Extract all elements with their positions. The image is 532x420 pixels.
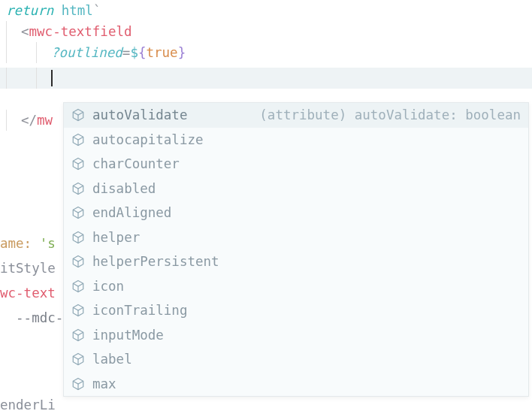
keyword-return: return <box>6 0 53 21</box>
attr-name: ?outlined <box>51 42 122 63</box>
bg-code-fragment: ame: 's <box>0 233 56 254</box>
autocomplete-item[interactable]: endAligned <box>64 201 528 225</box>
equals: = <box>122 42 131 63</box>
brace-open: { <box>138 42 147 63</box>
cube-icon <box>71 231 85 244</box>
bg-code-fragment: wc-text <box>0 283 56 304</box>
autocomplete-item[interactable]: autocapitalize <box>64 128 528 153</box>
cube-icon <box>71 157 85 171</box>
code-line: <mwc-textfield <box>6 21 532 42</box>
angle-bracket-close: </ <box>21 110 37 131</box>
autocomplete-item-label: endAligned <box>92 202 171 223</box>
cube-icon <box>71 279 85 293</box>
cube-icon <box>71 304 85 317</box>
autocomplete-item[interactable]: autoValidate(attribute) autoValidate: bo… <box>64 103 528 128</box>
brace-close: } <box>178 42 186 63</box>
autocomplete-item-label: icon <box>92 276 124 297</box>
autocomplete-item[interactable]: charCounter <box>64 152 528 177</box>
code-line: ?outlined=${true} <box>6 42 532 63</box>
autocomplete-item[interactable]: helper <box>64 225 528 250</box>
backtick: ` <box>93 0 101 21</box>
bg-code-fragment: itStyle <box>0 258 56 279</box>
cube-icon <box>71 133 85 147</box>
dollar-sign: $ <box>130 42 138 63</box>
code-line: return html` <box>6 0 532 21</box>
cube-icon <box>71 206 85 219</box>
tag-func-html: html <box>53 0 93 21</box>
cube-icon <box>71 377 85 391</box>
autocomplete-item-label: inputMode <box>92 325 164 346</box>
autocomplete-popup[interactable]: autoValidate(attribute) autoValidate: bo… <box>63 102 529 397</box>
bg-code-fragment: --mdc- <box>0 307 63 328</box>
cube-icon <box>71 328 85 342</box>
autocomplete-item[interactable]: inputMode <box>64 323 528 348</box>
autocomplete-detail: (attribute) autoValidate: boolean <box>244 104 521 125</box>
autocomplete-item[interactable]: label <box>64 347 528 372</box>
text-cursor <box>51 70 53 86</box>
autocomplete-item[interactable]: icon <box>64 274 528 299</box>
autocomplete-item-label: helperPersistent <box>92 251 219 272</box>
autocomplete-item-label: autoValidate <box>92 104 187 125</box>
tag-name: mwc-textfield <box>29 21 132 42</box>
tag-name-partial: mw <box>37 110 53 131</box>
autocomplete-item-label: helper <box>92 227 140 248</box>
autocomplete-item-label: max <box>92 373 116 394</box>
bg-code-fragment: enderLi <box>0 394 56 415</box>
autocomplete-item-label: disabled <box>92 178 156 199</box>
autocomplete-item-label: label <box>92 349 132 370</box>
cube-icon <box>71 352 85 366</box>
boolean-literal: true <box>146 42 177 63</box>
autocomplete-item[interactable]: max <box>64 372 528 397</box>
autocomplete-item[interactable]: helperPersistent <box>64 249 528 274</box>
cube-icon <box>71 108 85 122</box>
angle-bracket: < <box>21 21 29 42</box>
autocomplete-item-label: autocapitalize <box>92 129 204 150</box>
autocomplete-item[interactable]: iconTrailing <box>64 298 528 323</box>
autocomplete-item-label: charCounter <box>92 153 180 174</box>
cube-icon <box>71 182 85 195</box>
autocomplete-item-label: iconTrailing <box>92 300 187 321</box>
cube-icon <box>71 255 85 268</box>
autocomplete-item[interactable]: disabled <box>64 177 528 201</box>
cursor-line[interactable] <box>0 68 532 89</box>
